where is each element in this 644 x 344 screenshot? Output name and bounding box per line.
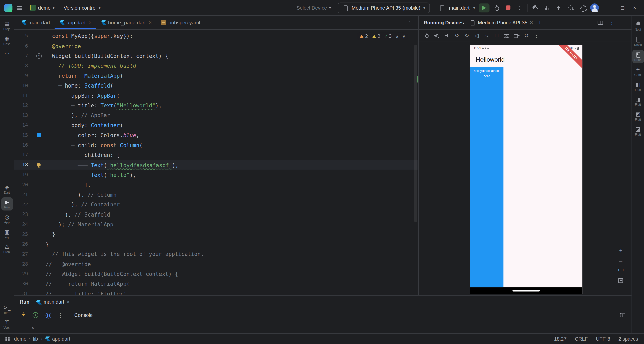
close-tab-icon[interactable]: ×: [149, 19, 152, 26]
tool-window-switcher-icon[interactable]: [4, 335, 11, 342]
scrollbar[interactable]: [414, 45, 417, 222]
code-line-28[interactable]: 28// @override: [14, 259, 418, 269]
code-line-30[interactable]: 30// return MaterialApp(: [14, 279, 418, 289]
zoom-ratio[interactable]: 1:1: [617, 268, 624, 272]
settings-icon[interactable]: [580, 4, 586, 11]
profiler-icon[interactable]: [544, 4, 550, 11]
code-line-19[interactable]: 19 ─── Text("hello"),: [14, 170, 418, 180]
main-menu-icon[interactable]: [17, 4, 23, 11]
add-device-icon[interactable]: +: [538, 19, 542, 26]
screenshot-icon[interactable]: [503, 32, 510, 39]
search-everywhere-icon[interactable]: [568, 4, 574, 11]
vcs-widget[interactable]: Version control ▾: [61, 4, 103, 12]
code-line-9[interactable]: 9 return MaterialApp(: [14, 71, 418, 80]
code-line-21[interactable]: 21 ), // Column: [14, 190, 418, 199]
code-line-26[interactable]: 26}: [14, 239, 418, 249]
tool-stripe-flutter-inspector[interactable]: ◨Flutt: [632, 95, 644, 108]
hide-panel-icon[interactable]: –: [620, 19, 627, 26]
code-line-7[interactable]: 7↑ Widget build(BuildContext context) {: [14, 51, 418, 61]
code-line-20[interactable]: 20 ],: [14, 180, 418, 189]
more-icon[interactable]: ⋮: [609, 19, 615, 26]
color-preview-swatch[interactable]: [37, 133, 41, 137]
console-prompt[interactable]: >: [14, 322, 632, 333]
tool-stripe-resource-manager[interactable]: ▦Reso: [1, 34, 13, 47]
code-line-27[interactable]: 27 // This widget is the root of your ap…: [14, 249, 418, 259]
tool-stripe-device-manager[interactable]: Devic: [632, 34, 644, 48]
more-icon[interactable]: ⋮: [57, 312, 64, 318]
device-selector[interactable]: Medium Phone API 35 (mobile) ▾: [338, 2, 430, 13]
apply-changes-icon[interactable]: [555, 4, 562, 11]
tool-stripe-gemini[interactable]: ✦Gemi: [632, 65, 644, 78]
tool-stripe-flutter-outline[interactable]: ◧Flutt: [632, 80, 644, 93]
tool-stripe-flutter-property-editor[interactable]: ◪Flutt: [632, 124, 644, 138]
code-line-10[interactable]: 10 ─ home: Scaffold(: [14, 80, 418, 90]
tool-stripe-terminal[interactable]: >_Term: [1, 303, 13, 316]
code-line-17[interactable]: 17 children: [: [14, 150, 418, 160]
tool-stripe-app-quality-insights[interactable]: ◎App: [1, 212, 13, 226]
device-tab[interactable]: Medium Phone API 35 ×: [469, 19, 533, 26]
code-line-23[interactable]: 23 ), // Scaffold: [14, 209, 418, 219]
project-selector[interactable]: demo ▾: [27, 3, 57, 12]
zoom-out-icon[interactable]: –: [619, 258, 622, 263]
code-line-6[interactable]: 6 @override: [14, 41, 418, 51]
home-icon[interactable]: ○: [483, 32, 490, 39]
breadcrumb[interactable]: demo›lib›app.dart: [14, 336, 70, 342]
tool-stripe-version-control[interactable]: ϒVersi: [1, 318, 13, 331]
intention-bulb-icon[interactable]: [37, 163, 41, 167]
tool-stripe-more-tool-windows[interactable]: ⋯: [1, 49, 13, 58]
warnings-count[interactable]: 2: [359, 33, 368, 39]
more-icon[interactable]: ⋮: [533, 32, 540, 39]
tab-pubspec.yaml[interactable]: pubspec.yaml: [156, 16, 205, 29]
tab-main.dart[interactable]: main.dart: [17, 16, 55, 29]
close-window-button[interactable]: ×: [629, 2, 641, 13]
hot-restart-icon[interactable]: [32, 312, 39, 318]
gesture-pill[interactable]: [512, 290, 540, 292]
tool-stripe-problems[interactable]: ⚠Probl: [1, 242, 13, 255]
code-line-13[interactable]: 13 ), // AppBar: [14, 110, 418, 120]
window-layout-icon[interactable]: [597, 19, 603, 26]
tab-app.dart[interactable]: app.dart×: [55, 16, 96, 29]
debug-button[interactable]: [493, 4, 500, 11]
encoding[interactable]: UTF-8: [596, 336, 610, 342]
override-marker-icon[interactable]: ↑: [36, 53, 42, 58]
volume-up-icon[interactable]: [434, 32, 441, 39]
layout-settings-icon[interactable]: [619, 312, 626, 318]
tool-stripe-notifications[interactable]: Notif: [632, 19, 644, 33]
run-button[interactable]: [479, 3, 489, 12]
code-line-29[interactable]: 29// Widget build(BuildContext context) …: [14, 269, 418, 279]
tab-home_page.dart[interactable]: home_page.dart×: [96, 16, 156, 29]
rotate-right-icon[interactable]: ↻: [463, 32, 470, 39]
fit-screen-icon[interactable]: [618, 277, 624, 284]
next-problem-icon[interactable]: ∨: [403, 34, 405, 38]
code-line-24[interactable]: 24 ); // MaterialApp: [14, 219, 418, 229]
run-config-label[interactable]: main.dart: [449, 5, 469, 11]
close-tab-icon[interactable]: ×: [67, 299, 70, 305]
screen-record-icon[interactable]: [513, 32, 520, 39]
indent-style[interactable]: 2 spaces: [618, 336, 638, 342]
code-line-18[interactable]: 18 ─── Text("helloydfasdsafasdf"),: [14, 160, 418, 170]
overview-icon[interactable]: □: [493, 32, 500, 39]
crumb-app.dart[interactable]: app.dart: [52, 336, 70, 342]
tool-stripe-logcat[interactable]: ▣Logc: [1, 227, 13, 240]
user-avatar[interactable]: [590, 3, 599, 12]
code-editor[interactable]: 5 const MyApp({super.key});6 @override7↑…: [14, 30, 418, 295]
more-actions-icon[interactable]: ⋮: [516, 4, 523, 11]
tool-stripe-flutter-performance[interactable]: ◩Flutt: [632, 109, 644, 123]
inspection-widget[interactable]: 2 2 ✓3 ∧ ∨: [357, 33, 408, 40]
caret-position[interactable]: 18:27: [554, 336, 567, 342]
maximize-button[interactable]: □: [617, 2, 629, 13]
run-tab[interactable]: main.dart ×: [36, 299, 69, 305]
code-line-8[interactable]: 8 // TODO: implement build: [14, 61, 418, 70]
line-ending[interactable]: CRLF: [575, 336, 588, 342]
close-tab-icon[interactable]: ×: [89, 19, 92, 26]
crumb-demo[interactable]: demo: [14, 336, 26, 342]
code-line-11[interactable]: 11 ─ appBar: AppBar(: [14, 91, 418, 100]
editor-options-icon[interactable]: ⋮: [401, 19, 418, 26]
stop-button[interactable]: [503, 3, 512, 12]
back-icon[interactable]: ◁: [473, 32, 480, 39]
weak-warnings-count[interactable]: 2: [372, 33, 380, 39]
tool-stripe-running-devices[interactable]: Runn: [632, 50, 644, 63]
code-line-31[interactable]: 31// title: 'Flutter',: [14, 289, 418, 295]
code-line-14[interactable]: 14 body: Container(: [14, 120, 418, 130]
zoom-in-icon[interactable]: +: [619, 248, 622, 253]
